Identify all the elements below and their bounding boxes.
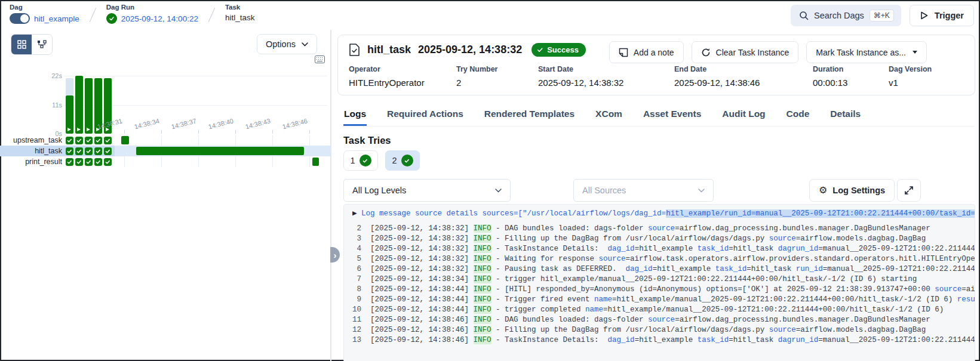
log-text: =ai	[961, 285, 975, 294]
axis-tick	[309, 130, 310, 134]
task-doc-icon	[349, 44, 360, 56]
success-check-icon[interactable]	[66, 137, 73, 144]
gantt-bar[interactable]	[312, 158, 319, 166]
log-timestamp: [2025-09-12, 14:38:32]	[370, 255, 474, 263]
tab-code[interactable]: Code	[786, 106, 810, 126]
gantt-bar[interactable]	[121, 136, 129, 144]
fullscreen-logs-button[interactable]	[897, 179, 921, 202]
task-name-label[interactable]: hitl_task	[0, 147, 64, 155]
run-duration-bar[interactable]	[66, 95, 73, 134]
mark-task-instance-as-button[interactable]: Mark Task Instance as...	[806, 41, 927, 63]
search-dags-button[interactable]: Search Dags ⌘+K	[791, 5, 901, 26]
trigger-label: Trigger	[935, 11, 964, 20]
tab-logs[interactable]: Logs	[343, 106, 367, 126]
play-icon	[67, 128, 71, 131]
log-sources-select[interactable]: All Sources	[573, 179, 714, 202]
trigger-button[interactable]: Trigger	[910, 5, 974, 26]
dag-pause-toggle[interactable]	[10, 13, 30, 24]
success-check-icon[interactable]	[85, 147, 93, 155]
breadcrumb-task: Task hitl_task	[225, 4, 255, 22]
task-row-hitl_task[interactable]: hitl_task	[0, 146, 330, 156]
success-check-icon[interactable]	[75, 158, 83, 166]
log-level: INFO	[474, 235, 491, 243]
tab-asset-events[interactable]: Asset Events	[643, 106, 702, 126]
try-1-chip[interactable]: 1	[343, 150, 378, 171]
log-settings-button[interactable]: ⚙ Log Settings	[809, 179, 895, 202]
graph-icon	[37, 40, 47, 49]
meta-value: 2025-09-12, 14:38:32	[538, 78, 674, 88]
task-attempt-checks	[66, 147, 112, 155]
graph-view-button[interactable]	[32, 35, 52, 54]
log-timestamp: [2025-09-12, 14:38:46]	[370, 336, 474, 344]
log-viewer[interactable]: ▶ Log message source details sources=["/…	[343, 204, 975, 361]
run-duration-bar[interactable]	[75, 76, 83, 134]
grid-view-button[interactable]	[11, 35, 32, 54]
success-check-icon[interactable]	[94, 158, 102, 166]
log-timestamp: [2025-09-12, 14:38:44]	[370, 306, 474, 314]
y-axis-label: 22s	[36, 72, 62, 79]
tab-audit-log[interactable]: Audit Log	[721, 106, 766, 126]
log-key: source	[648, 316, 675, 324]
success-check-icon[interactable]	[94, 147, 102, 155]
queued-duration-bar[interactable]	[66, 78, 73, 95]
success-check-icon[interactable]	[94, 137, 102, 144]
log-text: =airflow.dag_processing.bundles.manager.…	[675, 316, 930, 324]
success-check-icon[interactable]	[66, 158, 73, 166]
try-2-chip[interactable]: 2	[385, 150, 420, 171]
gantt-bar[interactable]	[136, 147, 304, 155]
success-check-icon[interactable]	[75, 147, 83, 155]
breadcrumb-dag: Dag hitl_example	[10, 4, 79, 24]
x-axis-label: 14:38:37	[162, 117, 197, 132]
meta-value: 2	[456, 78, 538, 88]
meta-label: End Date	[674, 65, 813, 73]
play-icon	[920, 11, 929, 20]
log-text: - Waiting for response	[491, 255, 599, 263]
log-timestamp: [2025-09-12, 14:38:46]	[370, 316, 474, 324]
dag-label: Dag	[10, 4, 79, 11]
log-levels-select[interactable]: All Log Levels	[343, 179, 511, 202]
log-text: - [HITL] responded_by=Anonymous (id=Anon…	[491, 285, 935, 294]
tab-xcom[interactable]: XCom	[595, 106, 623, 126]
search-label: Search Dags	[814, 11, 864, 20]
y-axis-label: 11s	[36, 101, 62, 109]
log-text: - trigger completed	[491, 306, 586, 314]
task-row-print_result[interactable]: print_result	[0, 156, 330, 167]
add-note-button[interactable]: Add a note	[609, 41, 684, 63]
tab-rendered-templates[interactable]: Rendered Templates	[484, 106, 575, 126]
log-line: 12 [2025-09-12, 14:38:46] INFO - Filling…	[352, 325, 975, 335]
log-source-header[interactable]: ▶ Log message source details sources=["/…	[352, 209, 975, 219]
dag-run-link[interactable]: 2025-09-12, 14:00:22	[121, 14, 198, 23]
success-check-icon[interactable]	[104, 137, 112, 144]
search-shortcut: ⌘+K	[870, 10, 894, 21]
tab-details[interactable]: Details	[830, 106, 861, 126]
try-number: 1	[350, 156, 355, 165]
breadcrumb-separator	[90, 8, 96, 22]
success-check-icon[interactable]	[85, 137, 93, 144]
keyboard-shortcuts-icon[interactable]	[315, 55, 325, 63]
log-level: INFO	[474, 336, 491, 344]
clear-task-instance-button[interactable]: Clear Task Instance	[692, 41, 799, 63]
log-timestamp: [2025-09-12, 14:38:44]	[370, 285, 474, 294]
success-check-icon[interactable]	[66, 147, 73, 155]
log-key: source	[599, 255, 626, 263]
success-check-icon[interactable]	[104, 147, 112, 155]
log-line-number: 11	[352, 316, 370, 324]
dag-run-success-icon	[106, 13, 117, 24]
tab-required-actions[interactable]: Required Actions	[386, 106, 464, 126]
task-name-label[interactable]: print_result	[0, 158, 64, 166]
log-timestamp: [2025-09-12, 14:38:34]	[370, 275, 474, 283]
task-name-label[interactable]: upstream_task	[0, 136, 64, 144]
task-row-upstream_task[interactable]: upstream_task	[0, 135, 330, 146]
log-text: =hitl_task	[746, 265, 796, 273]
success-check-icon[interactable]	[104, 158, 112, 166]
success-check-icon[interactable]	[85, 158, 93, 166]
meta-start-date: Start Date2025-09-12, 14:38:32	[538, 65, 674, 88]
log-level: INFO	[474, 316, 491, 324]
grid-icon	[17, 40, 26, 49]
dag-link[interactable]: hitl_example	[34, 14, 79, 23]
refresh-icon	[701, 48, 711, 57]
log-level: INFO	[474, 295, 491, 304]
options-button[interactable]: Options	[257, 34, 317, 54]
log-text: - Pausing task as DEFERRED.	[491, 265, 626, 273]
success-check-icon[interactable]	[75, 137, 83, 144]
